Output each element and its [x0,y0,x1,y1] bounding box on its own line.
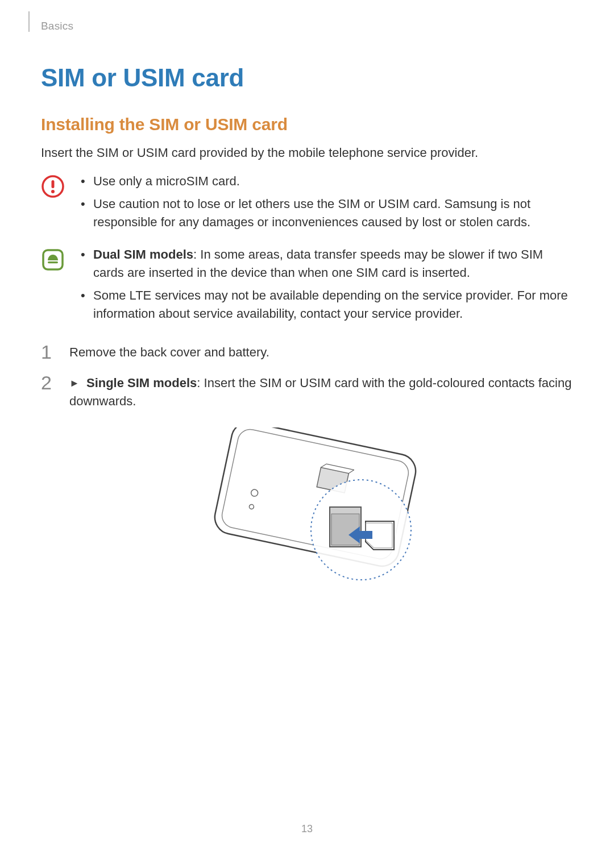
info-block: Dual SIM models: In some areas, data tra… [41,246,573,327]
info-item: Dual SIM models: In some areas, data tra… [77,246,573,282]
caution-block: Use only a microSIM card. Use caution no… [41,172,573,236]
sim-insert-diagram [69,427,573,587]
step-number: 1 [41,342,57,362]
caution-item: Use only a microSIM card. [77,172,573,190]
intro-paragraph: Insert the SIM or USIM card provided by … [41,144,573,162]
step-list: 1 Remove the back cover and battery. 2 ►… [41,343,573,587]
info-item-bold: Dual SIM models [93,247,193,261]
breadcrumb: Basics [41,20,573,32]
step-body: ► Single SIM models: Insert the SIM or U… [69,374,573,587]
caution-item: Use caution not to lose or let others us… [77,195,573,231]
info-item-text: Some LTE services may not be available d… [93,288,568,321]
info-item: Some LTE services may not be available d… [77,286,573,323]
svg-point-2 [51,190,55,193]
info-icon [41,248,65,272]
caution-icon [41,175,65,198]
svg-rect-16 [360,531,372,539]
step: 1 Remove the back cover and battery. [41,343,573,362]
step-bold: Single SIM models [86,376,197,390]
caution-list: Use only a microSIM card. Use caution no… [77,172,573,236]
svg-rect-1 [52,180,55,188]
section-heading: Installing the SIM or USIM card [41,115,573,134]
triangle-right-icon: ► [69,377,80,389]
step: 2 ► Single SIM models: Insert the SIM or… [41,374,573,587]
svg-rect-4 [48,261,58,263]
step-number: 2 [41,373,57,392]
svg-rect-15 [331,514,359,545]
step-text: Remove the back cover and battery. [69,345,269,359]
step-body: Remove the back cover and battery. [69,343,573,362]
page-number: 13 [0,823,614,835]
info-list: Dual SIM models: In some areas, data tra… [77,246,573,327]
header-rule [28,11,30,32]
document-page: Basics SIM or USIM card Installing the S… [0,0,614,868]
page-title: SIM or USIM card [41,64,573,92]
